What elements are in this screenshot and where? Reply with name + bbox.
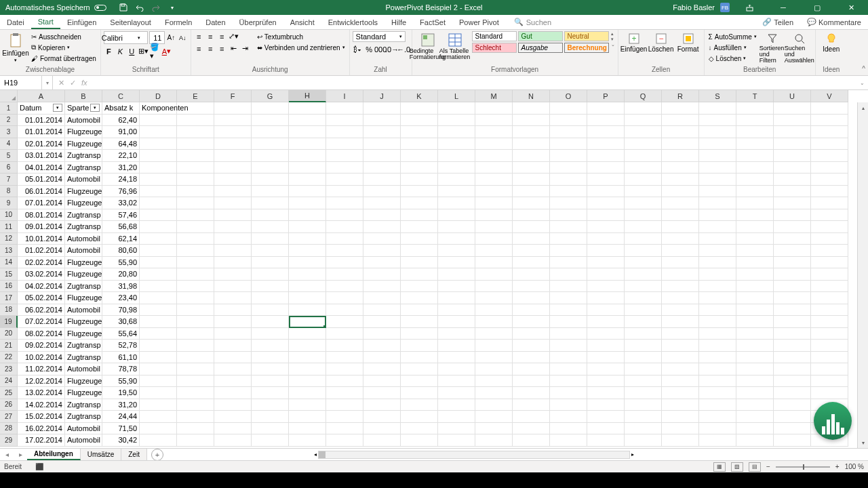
cell[interactable] bbox=[625, 304, 662, 317]
cell[interactable] bbox=[587, 316, 625, 328]
cell[interactable] bbox=[363, 434, 401, 447]
cell[interactable] bbox=[774, 102, 811, 115]
column-header-L[interactable]: L bbox=[438, 90, 475, 102]
cell[interactable] bbox=[736, 399, 774, 411]
row-header[interactable]: 23 bbox=[0, 363, 18, 375]
indent-inc-icon[interactable]: ⇥ bbox=[240, 43, 250, 54]
cell[interactable] bbox=[214, 411, 252, 423]
cell[interactable] bbox=[140, 363, 177, 375]
cell[interactable] bbox=[401, 197, 438, 209]
cell[interactable] bbox=[475, 434, 513, 447]
cell[interactable] bbox=[475, 292, 513, 304]
cell[interactable] bbox=[736, 316, 774, 328]
cell-style-neutral[interactable]: Neutral bbox=[564, 31, 609, 41]
cell[interactable] bbox=[363, 186, 401, 198]
cell[interactable] bbox=[513, 423, 550, 435]
cell[interactable] bbox=[214, 281, 252, 293]
cell[interactable] bbox=[252, 126, 289, 138]
cell[interactable]: 03.01.2014 bbox=[18, 150, 65, 162]
cell[interactable] bbox=[177, 375, 214, 388]
row-header[interactable]: 11 bbox=[0, 221, 18, 233]
format-painter-button[interactable]: 🖌Format übertragen bbox=[30, 53, 98, 64]
cell[interactable] bbox=[662, 209, 699, 222]
cell[interactable] bbox=[625, 387, 662, 399]
cell[interactable]: Zugtransp bbox=[65, 281, 102, 293]
cell[interactable] bbox=[774, 340, 811, 352]
decrease-font-icon[interactable]: A↓ bbox=[178, 33, 188, 43]
cell[interactable] bbox=[363, 328, 401, 340]
cell[interactable] bbox=[550, 292, 587, 304]
cell[interactable] bbox=[140, 162, 177, 174]
cell[interactable]: Zugtransp bbox=[65, 150, 102, 162]
cell[interactable]: 55,64 bbox=[102, 328, 140, 340]
cell[interactable] bbox=[140, 387, 177, 399]
cell[interactable]: 09.01.2014 bbox=[18, 221, 65, 233]
cell[interactable] bbox=[401, 387, 438, 399]
ribbon-tab-einfügen[interactable]: Einfügen bbox=[60, 15, 103, 29]
cell[interactable] bbox=[625, 434, 662, 447]
cell[interactable]: 05.01.2014 bbox=[18, 174, 65, 186]
conditional-formatting-button[interactable]: Bedingte Formatierung bbox=[415, 31, 441, 65]
cell[interactable] bbox=[214, 363, 252, 375]
cell[interactable] bbox=[214, 150, 252, 162]
cell[interactable] bbox=[774, 304, 811, 317]
cell-style-ausgabe[interactable]: Ausgabe bbox=[518, 43, 563, 53]
row-header[interactable]: 1 bbox=[0, 102, 18, 115]
sheet-tab-umsätze[interactable]: Umsätze bbox=[81, 449, 121, 460]
cell[interactable]: Zugtransp bbox=[65, 399, 102, 411]
cell[interactable] bbox=[774, 245, 811, 257]
cell[interactable] bbox=[214, 352, 252, 364]
cell[interactable] bbox=[662, 138, 699, 150]
cell[interactable] bbox=[550, 268, 587, 281]
row-header[interactable]: 25 bbox=[0, 387, 18, 399]
row-header[interactable]: 15 bbox=[0, 268, 18, 281]
cell[interactable] bbox=[177, 126, 214, 138]
cell[interactable] bbox=[587, 340, 625, 352]
cell[interactable]: 19,50 bbox=[102, 387, 140, 399]
cell[interactable] bbox=[774, 399, 811, 411]
row-header[interactable]: 6 bbox=[0, 162, 18, 174]
cell[interactable]: Zugtransp bbox=[65, 340, 102, 352]
cell[interactable]: Flugzeuge bbox=[65, 126, 102, 138]
cell[interactable] bbox=[475, 150, 513, 162]
cell[interactable] bbox=[289, 138, 326, 150]
cell[interactable] bbox=[811, 387, 848, 399]
cell[interactable] bbox=[177, 316, 214, 328]
cell[interactable]: 14.02.2014 bbox=[18, 399, 65, 411]
cell[interactable] bbox=[140, 328, 177, 340]
cell[interactable] bbox=[363, 102, 401, 115]
cell[interactable] bbox=[699, 352, 736, 364]
cell[interactable] bbox=[550, 245, 587, 257]
cell[interactable]: 10.01.2014 bbox=[18, 233, 65, 245]
add-sheet-button[interactable]: + bbox=[151, 449, 163, 461]
align-top-icon[interactable]: ≡ bbox=[194, 31, 204, 41]
cell[interactable] bbox=[699, 233, 736, 245]
cell[interactable]: Automobil bbox=[65, 434, 102, 447]
cell[interactable] bbox=[475, 399, 513, 411]
cell[interactable] bbox=[736, 186, 774, 198]
cell[interactable] bbox=[326, 186, 363, 198]
cell[interactable] bbox=[736, 162, 774, 174]
cell[interactable] bbox=[401, 363, 438, 375]
cell[interactable] bbox=[699, 292, 736, 304]
cell[interactable] bbox=[289, 411, 326, 423]
cell[interactable] bbox=[438, 257, 475, 269]
cell[interactable]: 02.01.2014 bbox=[18, 138, 65, 150]
cell[interactable] bbox=[662, 352, 699, 364]
cell[interactable] bbox=[736, 268, 774, 281]
column-header-F[interactable]: F bbox=[214, 90, 252, 102]
cell[interactable] bbox=[363, 423, 401, 435]
cell[interactable] bbox=[625, 221, 662, 233]
cell[interactable] bbox=[625, 233, 662, 245]
hscroll-right-icon[interactable]: ▸ bbox=[631, 451, 634, 458]
bold-button[interactable]: F bbox=[104, 46, 114, 56]
cell[interactable]: Flugzeuge bbox=[65, 268, 102, 281]
cell[interactable] bbox=[774, 174, 811, 186]
cell[interactable]: 10.02.2014 bbox=[18, 352, 65, 364]
format-cells-button[interactable]: Format bbox=[675, 31, 701, 65]
cell[interactable] bbox=[774, 138, 811, 150]
cell[interactable] bbox=[587, 387, 625, 399]
cell[interactable] bbox=[513, 399, 550, 411]
cell-style-gut[interactable]: Gut bbox=[518, 31, 563, 41]
row-header[interactable]: 8 bbox=[0, 186, 18, 198]
